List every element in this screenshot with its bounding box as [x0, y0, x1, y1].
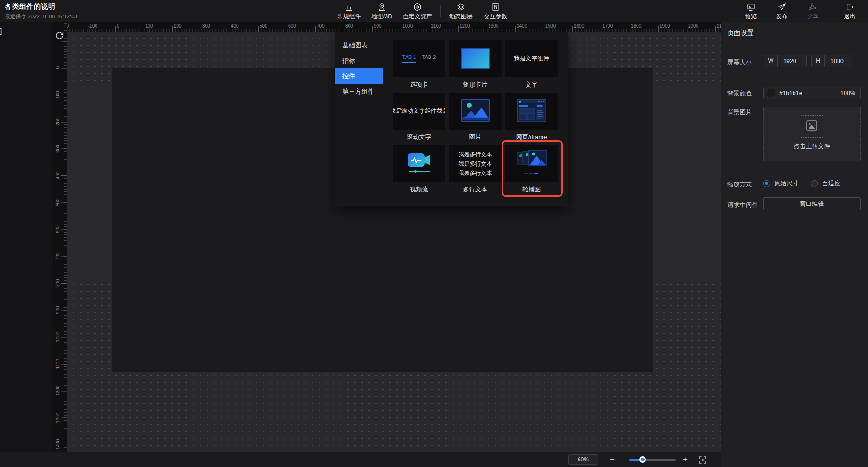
- category-controls[interactable]: 控件: [335, 68, 383, 84]
- screen-height-field[interactable]: H 1080: [811, 55, 853, 67]
- zoom-out-button[interactable]: −: [608, 454, 617, 465]
- exit-button[interactable]: 退出: [834, 0, 865, 22]
- ruler-label: 1700: [601, 23, 630, 29]
- ruler-label: 1400: [515, 23, 544, 29]
- collapsed-left-panel[interactable]: 图: [0, 22, 53, 452]
- ruler-label: 700: [53, 251, 67, 261]
- ruler-label: 1500: [544, 23, 572, 29]
- radio-label[interactable]: 原始尺寸: [774, 179, 799, 188]
- fit-view-icon[interactable]: [698, 456, 707, 464]
- toolbar-divider: [440, 5, 441, 17]
- refresh-icon[interactable]: [54, 30, 65, 41]
- zoom-slider[interactable]: [629, 459, 676, 461]
- component-thumbnail: [505, 93, 558, 130]
- ruler-label: 1200: [53, 386, 67, 396]
- ruler-label: 100: [144, 23, 172, 29]
- bg-color-value[interactable]: #1b1b1e: [779, 90, 840, 96]
- scale-mode-label: 缩放方式: [727, 180, 752, 189]
- share-button[interactable]: 分享: [797, 0, 828, 22]
- ruler-label: 1300: [53, 412, 67, 423]
- radio-label[interactable]: 自适应: [822, 179, 840, 188]
- ruler-label: 900: [53, 305, 67, 315]
- sliders-icon: [491, 2, 500, 12]
- component-card-image[interactable]: 图片: [449, 93, 502, 141]
- app-root: 各类组件的说明 最近保存 2022-11-08 16:12:03 常规组件 地理…: [0, 0, 868, 467]
- ruler-label: 1000: [53, 332, 67, 342]
- ruler-label: 1900: [658, 23, 687, 29]
- component-thumbnail: 我是滚动文字组件我是: [393, 93, 445, 130]
- component-card-text[interactable]: 我是文字组件 文字: [505, 40, 558, 88]
- bg-color-label: 背景颜色: [727, 89, 752, 98]
- width-value[interactable]: 1920: [778, 58, 806, 65]
- component-category-list: 基础图表 指标 控件 第三方组件: [335, 32, 383, 206]
- ruler-label: 1800: [630, 23, 658, 29]
- toolbar-label: 退出: [844, 13, 856, 21]
- radio-adaptive[interactable]: [811, 180, 818, 187]
- component-card-tabs[interactable]: TAB 1 TAB 2 选项卡: [393, 40, 445, 88]
- color-swatch[interactable]: [767, 89, 775, 97]
- component-label: 滚动文字: [393, 133, 445, 141]
- component-thumbnail: 我是文字组件: [505, 40, 558, 77]
- category-third-party[interactable]: 第三方组件: [335, 84, 383, 99]
- component-grid: TAB 1 TAB 2 选项卡 矩形卡片 我是文字组件 文字: [383, 32, 568, 206]
- component-thumbnail: [449, 93, 502, 130]
- scale-mode-options: 原始尺寸 自适应: [763, 178, 853, 189]
- height-value[interactable]: 1080: [825, 58, 853, 65]
- component-card-multiline-text[interactable]: 我是多行文本 我是多行文本 我是多行文本 多行文本: [449, 145, 502, 193]
- component-card-iframe[interactable]: 网页/iframe: [505, 93, 558, 141]
- ruler-label: -100: [87, 23, 115, 29]
- category-basic-charts[interactable]: 基础图表: [335, 37, 383, 53]
- window-edit-button[interactable]: 窗口编辑: [763, 197, 861, 210]
- zoom-in-button[interactable]: +: [681, 454, 690, 465]
- component-thumbnail: 我是多行文本 我是多行文本 我是多行文本: [449, 145, 502, 182]
- toolbar-interactive-params-button[interactable]: 交互参数: [478, 0, 513, 22]
- bg-image-upload-area[interactable]: 点击上传文件: [763, 107, 861, 161]
- preview-button[interactable]: 预览: [735, 0, 766, 22]
- multiline-text-preview: 我是多行文本 我是多行文本 我是多行文本: [459, 150, 492, 178]
- ruler-label: 200: [53, 117, 67, 127]
- publish-button[interactable]: 发布: [766, 0, 797, 22]
- toolbar-geo-3d-button[interactable]: 地理/3D: [366, 0, 397, 22]
- chart-bar-icon: [344, 2, 354, 12]
- category-indicators[interactable]: 指标: [335, 53, 383, 68]
- component-thumbnail: TAB 1 TAB 2: [393, 40, 445, 77]
- toolbar-custom-assets-button[interactable]: 自定义资产: [397, 0, 438, 22]
- component-card-video[interactable]: 视频流: [393, 145, 445, 193]
- last-saved-text: 最近保存 2022-11-08 16:12:03: [5, 13, 77, 20]
- zoom-level-field[interactable]: 60%: [568, 454, 598, 465]
- ruler-label: 100: [53, 89, 67, 100]
- component-card-rect[interactable]: 矩形卡片: [449, 40, 502, 88]
- bg-color-field[interactable]: #1b1b1e 100%: [763, 87, 861, 99]
- clipped-panel-glyph: 图: [0, 27, 2, 37]
- horizontal-ruler: -200-10001002003004005006007008009001000…: [67, 22, 721, 32]
- ruler-label: 1100: [53, 358, 67, 369]
- layers-icon: [456, 2, 466, 12]
- component-library-panel: 基础图表 指标 控件 第三方组件 TAB 1 TAB 2 选项卡 矩形卡片: [335, 32, 568, 206]
- zoom-slider-thumb[interactable]: [639, 456, 646, 463]
- radio-original-size[interactable]: [763, 180, 770, 187]
- component-label: 文字: [505, 80, 558, 88]
- ruler-label: 0: [115, 23, 144, 29]
- component-card-scroll-text[interactable]: 我是滚动文字组件我是 滚动文字: [393, 93, 445, 141]
- toolbar-regular-components-button[interactable]: 常规组件: [332, 0, 366, 22]
- ruler-label: 400: [53, 170, 67, 181]
- tab-preview-1: TAB 1: [402, 54, 416, 63]
- toolbar-divider: [831, 5, 831, 17]
- image-placeholder-icon: [461, 99, 490, 124]
- exit-icon: [845, 2, 854, 12]
- component-label: 矩形卡片: [449, 80, 502, 88]
- component-card-carousel[interactable]: 轮播图: [505, 145, 558, 193]
- component-label: 网页/iframe: [505, 133, 558, 141]
- ruler-label: -200: [67, 23, 87, 29]
- settings-panel-title: 页面设置: [727, 29, 754, 37]
- toolbar-dynamic-layers-button[interactable]: 动态图层: [444, 0, 478, 22]
- screen-width-field[interactable]: W 1920: [764, 55, 807, 67]
- component-thumbnail: [449, 40, 502, 77]
- bg-color-opacity[interactable]: 100%: [840, 90, 855, 96]
- toolbar-right: 预览 发布 分享 退出: [735, 0, 865, 22]
- vertical-ruler: 0100200300400500600700800900100011001200…: [53, 22, 67, 452]
- page-title: 各类组件的说明: [5, 2, 77, 11]
- scroll-text-preview: 我是滚动文字组件我是: [393, 107, 445, 115]
- title-block: 各类组件的说明 最近保存 2022-11-08 16:12:03: [5, 2, 77, 20]
- settings-divider: [721, 47, 868, 47]
